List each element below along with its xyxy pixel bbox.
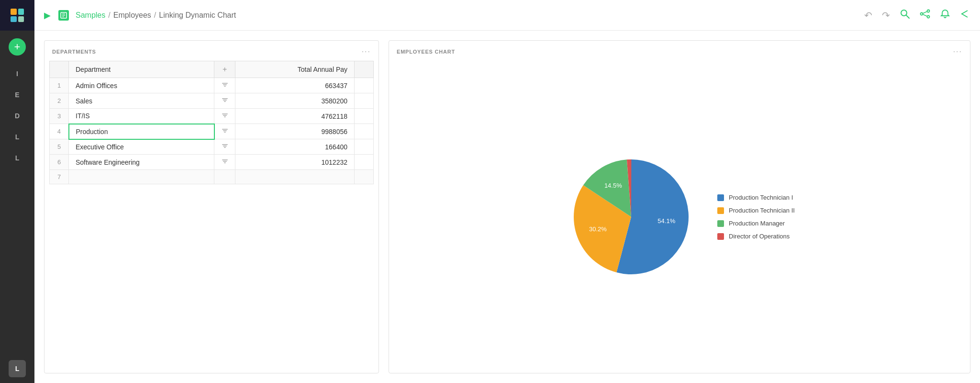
filter-icon[interactable] <box>214 124 235 139</box>
pie-label: 30.2% <box>589 225 607 233</box>
sidebar-item-d[interactable]: D <box>9 107 26 124</box>
svg-rect-12 <box>223 84 227 85</box>
svg-rect-18 <box>223 115 227 116</box>
add-button[interactable]: + <box>9 38 26 56</box>
sidebar-item-l2[interactable]: L <box>9 149 26 167</box>
chart-area: 54.1%30.2%14.5%1.25% Production Technici… <box>389 61 970 373</box>
dept-cell[interactable]: Software Engineering <box>69 155 214 170</box>
row-num: 7 <box>50 170 69 184</box>
row-num: 2 <box>50 93 69 109</box>
search-icon[interactable] <box>900 9 910 22</box>
pay-cell: 1012232 <box>235 155 354 170</box>
pie-chart: 54.1%30.2%14.5%1.25% <box>564 150 698 284</box>
svg-point-8 <box>927 16 930 18</box>
legend-label: Production Manager <box>729 220 785 227</box>
sidebar: + I E D L L L <box>0 0 34 383</box>
dept-cell[interactable]: Executive Office <box>69 139 214 155</box>
extra-cell <box>355 124 374 139</box>
svg-rect-14 <box>222 98 228 99</box>
content-area: DEPARTMENTS ··· Department + Total Annua… <box>34 31 980 383</box>
svg-rect-15 <box>223 100 227 101</box>
sidebar-item-i[interactable]: I <box>9 65 26 82</box>
departments-table: Department + Total Annual Pay 1Admin Off… <box>49 61 374 184</box>
svg-line-10 <box>923 14 927 16</box>
legend-item: Production Manager <box>717 220 795 227</box>
redo-icon[interactable]: ↷ <box>882 10 890 21</box>
dept-cell[interactable]: Sales <box>69 93 214 109</box>
legend-item: Director of Operations <box>717 233 795 240</box>
extra-cell <box>355 78 374 93</box>
sidebar-item-l1[interactable]: L <box>9 128 26 146</box>
pay-cell: 9988056 <box>235 124 354 139</box>
extra-cell <box>355 93 374 109</box>
logo[interactable] <box>0 0 34 31</box>
svg-rect-17 <box>222 113 228 114</box>
svg-rect-13 <box>224 86 226 87</box>
dept-cell[interactable]: Admin Offices <box>69 78 214 93</box>
extra-cell <box>355 109 374 124</box>
legend-color-box <box>717 207 724 214</box>
svg-rect-19 <box>224 116 226 117</box>
employees-chart-menu[interactable]: ··· <box>953 47 962 56</box>
add-col-button[interactable]: + <box>214 61 235 78</box>
filter-icon[interactable] <box>214 78 235 93</box>
svg-point-7 <box>927 10 930 12</box>
extra-cell <box>355 170 374 184</box>
sidebar-item-l3[interactable]: L <box>9 360 26 377</box>
svg-rect-23 <box>222 144 228 145</box>
breadcrumb-current[interactable]: Linking Dynamic Chart <box>159 11 236 20</box>
svg-rect-25 <box>224 147 226 148</box>
nav-forward-icon[interactable]: ▶ <box>44 10 51 21</box>
col-pay: Total Annual Pay <box>235 61 354 78</box>
departments-table-wrapper: Department + Total Annual Pay 1Admin Off… <box>45 61 379 373</box>
breadcrumb-samples[interactable]: Samples <box>76 11 105 20</box>
svg-rect-24 <box>223 146 227 146</box>
dept-cell[interactable]: Production <box>69 124 214 139</box>
legend-label: Director of Operations <box>729 233 790 240</box>
notification-icon[interactable] <box>940 9 950 22</box>
breadcrumb: Samples / Employees / Linking Dynamic Ch… <box>76 11 236 20</box>
filter-icon[interactable] <box>214 170 235 184</box>
legend-color-box <box>717 220 724 227</box>
departments-menu[interactable]: ··· <box>362 47 371 56</box>
top-bar: ▶ Samples / Employees / Linking Dynamic … <box>34 0 980 31</box>
departments-header: DEPARTMENTS ··· <box>45 41 379 61</box>
legend-item: Production Technician II <box>717 207 795 214</box>
share-icon[interactable] <box>920 9 930 22</box>
breadcrumb-employees[interactable]: Employees <box>113 11 151 20</box>
pay-cell <box>235 170 354 184</box>
svg-rect-27 <box>223 161 227 162</box>
svg-point-6 <box>921 13 923 15</box>
svg-rect-16 <box>224 101 226 102</box>
pie-label: 54.1% <box>657 217 675 225</box>
undo-icon[interactable]: ↶ <box>864 10 872 21</box>
svg-line-9 <box>923 11 927 13</box>
filter-icon[interactable] <box>214 109 235 124</box>
svg-rect-26 <box>222 159 228 160</box>
row-num: 6 <box>50 155 69 170</box>
legend-label: Production Technician I <box>729 194 793 201</box>
row-num: 1 <box>50 78 69 93</box>
filter-icon[interactable] <box>214 139 235 155</box>
extra-cell <box>355 155 374 170</box>
employees-chart-header: EMPLOYEES Chart ··· <box>389 41 970 61</box>
departments-panel: DEPARTMENTS ··· Department + Total Annua… <box>44 40 379 373</box>
main-area: ▶ Samples / Employees / Linking Dynamic … <box>34 0 980 383</box>
sidebar-item-e[interactable]: E <box>9 86 26 103</box>
collapse-icon[interactable] <box>960 9 970 22</box>
svg-rect-11 <box>222 83 228 84</box>
pay-cell: 4762118 <box>235 109 354 124</box>
svg-rect-28 <box>224 162 226 163</box>
filter-icon[interactable] <box>214 93 235 109</box>
chart-legend: Production Technician IProduction Techni… <box>717 194 795 240</box>
legend-label: Production Technician II <box>729 207 795 214</box>
filter-icon[interactable] <box>214 155 235 170</box>
legend-color-box <box>717 233 724 240</box>
dept-cell[interactable]: IT/IS <box>69 109 214 124</box>
employees-chart-title: EMPLOYEES Chart <box>397 49 455 55</box>
row-num: 3 <box>50 109 69 124</box>
row-num: 4 <box>50 124 69 139</box>
dept-cell[interactable] <box>69 170 214 184</box>
svg-point-4 <box>901 10 907 16</box>
svg-line-5 <box>906 15 909 18</box>
